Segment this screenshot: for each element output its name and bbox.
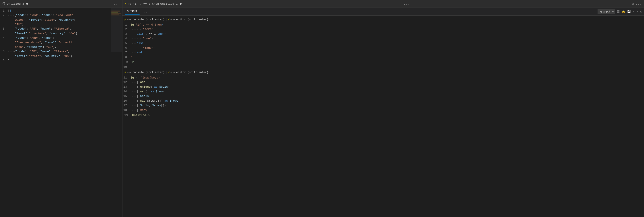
output-tab-dots[interactable]: ...: [142, 10, 147, 13]
left-file-icon: {}: [2, 2, 5, 5]
out-num-4: 4: [123, 36, 130, 41]
svg-rect-3: [111, 11, 120, 12]
output-line-12: 12 ····| add·: [122, 80, 644, 85]
line-num-1: 1: [1, 9, 8, 13]
line-num-6: 6: [1, 58, 8, 63]
line-content-3: ····{"code": "AB", "name": "Alberta",: [8, 27, 72, 31]
prompt-arrow-2b: →: [171, 71, 172, 74]
save-icon[interactable]: 💾: [627, 10, 631, 14]
right-jq-tab-title: jq 'if . == 0 then: [128, 2, 159, 6]
output-code-area[interactable]: ⚡ → → console (ctrl+enter) | ⚡ → → edito…: [122, 16, 644, 217]
output-header: OUTPUT ... jq output ☰ 🔒 💾 ‹ › ✕: [122, 8, 644, 16]
out-content-19: Untitled-3: [131, 113, 150, 118]
output-line-13: 13 ····| unique) as $cols·: [122, 85, 644, 90]
editor-code-area[interactable]: 1 [| 2 ····{"code": "NSW", "name": "New …: [0, 8, 122, 217]
left-tab-dots[interactable]: ...: [114, 2, 120, 6]
out-num-7: 7: [123, 50, 130, 55]
prompt-console-2: → console (ctrl+enter): [129, 71, 164, 74]
out-content-6: ········"many"·: [130, 46, 155, 50]
output-line-11: 11 jq -r '(map(keys): [122, 76, 644, 80]
out-num-11: 11: [123, 76, 130, 80]
out-num-6: 6: [123, 46, 130, 50]
left-modified-dot: [26, 3, 28, 5]
out-num-2: 2: [123, 27, 130, 32]
output-line-1: 1 jq 'if . == 0 then·: [122, 23, 644, 27]
svg-rect-6: [111, 14, 119, 15]
output-dropdown-select[interactable]: jq output: [598, 9, 615, 14]
out-content-15: ····| $cols·: [130, 94, 150, 99]
output-line-8: 8 ': [122, 55, 644, 60]
list-icon[interactable]: ☰: [617, 10, 620, 14]
editor-panel: 1 [| 2 ····{"code": "NSW", "name": "New …: [0, 8, 122, 217]
split-icon[interactable]: ⊞: [632, 2, 634, 6]
prompt-lightning-2: ⚡: [124, 71, 126, 74]
editor-line-2: 2 ····{"code": "NSW", "name": "New South: [0, 13, 122, 18]
right-lightning-icon: ⚡: [125, 2, 126, 6]
output-result-9: 9 2: [122, 60, 644, 65]
right-tab-dots[interactable]: ...: [404, 2, 410, 6]
output-line-17: 17 ····| $cols, $rows[]·: [122, 104, 644, 108]
output-prompt-2: ⚡ → → console (ctrl+enter) | ⚡ → → edito…: [122, 69, 644, 76]
out-num-9: 9: [124, 60, 131, 64]
editor-line-5b: 5 "level":"state", "country": "US"}: [0, 54, 122, 58]
line-content-4c: area", "country": "GB"},: [8, 45, 57, 49]
prompt-arrow-1a: →: [127, 18, 128, 21]
left-file-title: Untitled-3: [7, 2, 24, 6]
out-content-13: ····| unique) as $cols·: [130, 85, 170, 90]
line-content-4: ····{"code": "ABD", "name":: [8, 36, 54, 40]
editor-line-3b: 3 "level":"province", "country": "CA"},: [0, 31, 122, 36]
editor-line-1: 1 [|: [0, 9, 122, 13]
line-content-3b: "level":"province", "country": "CA"},: [8, 31, 79, 36]
out-num-18: 18: [123, 108, 130, 112]
close-icon[interactable]: ✕: [640, 10, 642, 14]
out-num-14: 14: [123, 90, 130, 94]
output-prompt-1: ⚡ → → console (ctrl+enter) | ⚡ → → edito…: [122, 16, 644, 23]
out-content-17: ····| $cols, $rows[]·: [130, 104, 166, 108]
line-content-2: ····{"code": "NSW", "name": "New South: [8, 13, 73, 18]
editor-line-4b: 4 "Aberdeenshire", "level":"council: [0, 40, 122, 45]
minimap-svg: [111, 8, 122, 217]
out-content-14: ····| map(. as $row·: [130, 90, 164, 94]
svg-rect-1: [111, 9, 119, 9]
output-line-2: 2 ········"zero"·: [122, 27, 644, 32]
svg-rect-4: [111, 12, 118, 13]
next-icon[interactable]: ›: [636, 10, 638, 13]
editor-line-4c: 4 area", "country": "GB"},: [0, 45, 122, 49]
line-num-4: 4: [1, 36, 8, 40]
out-num-5: 5: [123, 41, 130, 46]
out-num-13: 13: [123, 85, 130, 89]
right-tab-more-dots[interactable]: ...: [635, 2, 642, 6]
out-content-2: ········"zero"·: [130, 27, 155, 32]
output-dropdown-area: jq output: [598, 9, 615, 14]
svg-rect-2: [111, 10, 120, 10]
prev-icon[interactable]: ‹: [633, 10, 634, 13]
output-result-19: 19 Untitled-3: [122, 113, 644, 118]
line-num-2: 2: [1, 13, 8, 18]
lock-icon[interactable]: 🔒: [622, 10, 625, 14]
right-modified-dot: [180, 3, 182, 5]
editor-line-6: 6 ]: [0, 58, 122, 63]
main-content: 1 [| 2 ····{"code": "NSW", "name": "New …: [0, 8, 644, 217]
left-title-bar: {} Untitled-3 ...: [0, 0, 122, 8]
output-line-5: 5 ····else·: [122, 41, 644, 46]
line-content-4b: "Aberdeenshire", "level":"council: [8, 40, 72, 45]
prompt-sep-2: |: [165, 71, 167, 74]
prompt-arrow-2a: →: [127, 71, 128, 74]
line-content-6: ]: [8, 58, 10, 63]
editor-line-4: 4 ····{"code": "ABD", "name":: [0, 36, 122, 40]
out-content-8: ': [130, 55, 132, 60]
out-content-7: ····end: [130, 50, 142, 55]
top-bar-container: {} Untitled-3 ... ⚡ jq 'if . == 0 then U…: [0, 0, 644, 8]
out-content-3: ····elif . == 1 then·: [130, 32, 166, 36]
prompt-console-1: → console (ctrl+enter): [129, 18, 164, 21]
editor-line-2b: 2 Wales", "level":"state", "country":: [0, 18, 122, 22]
line-content-5: ····{"code": "AK", "name": "Alaska",: [8, 49, 70, 54]
prompt-sep-1: |: [165, 18, 167, 21]
out-content-12: ····| add·: [130, 80, 147, 85]
output-tab[interactable]: OUTPUT: [125, 8, 140, 15]
out-content-11: jq -r '(map(keys): [130, 76, 160, 80]
out-num-12: 12: [123, 80, 130, 84]
editor-line-5: 5 ····{"code": "AK", "name": "Alaska",: [0, 49, 122, 54]
svg-rect-7: [111, 16, 121, 16]
output-icons: ☰ 🔒 💾 ‹ › ✕: [617, 10, 642, 14]
